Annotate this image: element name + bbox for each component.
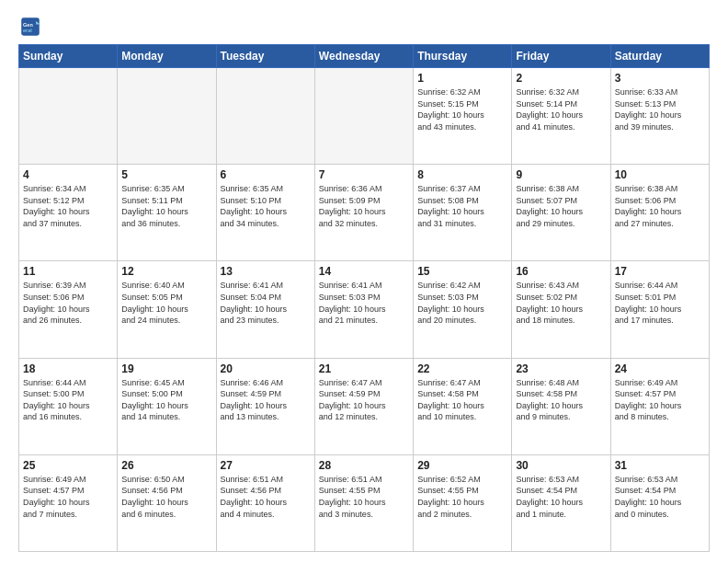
day-number: 23 [516, 362, 606, 375]
day-cell: 25Sunrise: 6:49 AM Sunset: 4:57 PM Dayli… [19, 454, 118, 551]
day-cell: 27Sunrise: 6:51 AM Sunset: 4:56 PM Dayli… [216, 454, 314, 551]
day-info: Sunrise: 6:43 AM Sunset: 5:02 PM Dayligh… [516, 280, 606, 326]
day-number: 6 [221, 168, 311, 181]
day-cell: 1Sunrise: 6:32 AM Sunset: 5:15 PM Daylig… [414, 68, 512, 165]
day-number: 22 [417, 362, 507, 375]
day-number: 10 [615, 168, 705, 181]
day-info: Sunrise: 6:51 AM Sunset: 4:56 PM Dayligh… [221, 474, 311, 520]
day-cell: 3Sunrise: 6:33 AM Sunset: 5:13 PM Daylig… [610, 68, 709, 165]
day-info: Sunrise: 6:38 AM Sunset: 5:06 PM Dayligh… [615, 183, 705, 229]
day-cell: 5Sunrise: 6:35 AM Sunset: 5:11 PM Daylig… [118, 165, 216, 261]
day-cell: 13Sunrise: 6:41 AM Sunset: 5:04 PM Dayli… [216, 261, 314, 358]
day-number: 1 [417, 72, 507, 85]
day-number: 20 [221, 362, 311, 375]
day-number: 12 [121, 265, 211, 278]
day-header-friday: Friday [512, 45, 610, 68]
day-number: 29 [417, 459, 507, 472]
day-number: 3 [615, 72, 705, 85]
day-cell: 24Sunrise: 6:49 AM Sunset: 4:57 PM Dayli… [610, 358, 709, 454]
day-cell: 6Sunrise: 6:35 AM Sunset: 5:10 PM Daylig… [216, 165, 314, 261]
day-info: Sunrise: 6:49 AM Sunset: 4:57 PM Dayligh… [615, 377, 705, 423]
day-cell: 30Sunrise: 6:53 AM Sunset: 4:54 PM Dayli… [512, 454, 610, 551]
day-cell: 8Sunrise: 6:37 AM Sunset: 5:08 PM Daylig… [414, 165, 512, 261]
day-cell: 29Sunrise: 6:52 AM Sunset: 4:55 PM Dayli… [414, 454, 512, 551]
week-row-2: 4Sunrise: 6:34 AM Sunset: 5:12 PM Daylig… [19, 165, 710, 261]
calendar: SundayMondayTuesdayWednesdayThursdayFrid… [18, 44, 710, 552]
day-info: Sunrise: 6:38 AM Sunset: 5:07 PM Dayligh… [516, 183, 606, 229]
day-number: 28 [319, 459, 409, 472]
day-info: Sunrise: 6:44 AM Sunset: 5:01 PM Dayligh… [615, 280, 705, 326]
header-row: SundayMondayTuesdayWednesdayThursdayFrid… [19, 45, 710, 68]
day-cell: 12Sunrise: 6:40 AM Sunset: 5:05 PM Dayli… [118, 261, 216, 358]
day-number: 30 [516, 459, 606, 472]
day-number: 2 [516, 72, 606, 85]
day-cell: 15Sunrise: 6:42 AM Sunset: 5:03 PM Dayli… [414, 261, 512, 358]
day-info: Sunrise: 6:39 AM Sunset: 5:06 PM Dayligh… [23, 280, 113, 326]
day-info: Sunrise: 6:32 AM Sunset: 5:14 PM Dayligh… [516, 86, 606, 132]
day-number: 7 [319, 168, 409, 181]
day-info: Sunrise: 6:48 AM Sunset: 4:58 PM Dayligh… [516, 377, 606, 423]
day-cell: 14Sunrise: 6:41 AM Sunset: 5:03 PM Dayli… [314, 261, 413, 358]
day-number: 14 [319, 265, 409, 278]
day-info: Sunrise: 6:32 AM Sunset: 5:15 PM Dayligh… [417, 86, 507, 132]
day-info: Sunrise: 6:44 AM Sunset: 5:00 PM Dayligh… [23, 377, 113, 423]
header: Gen eral [18, 17, 710, 37]
day-header-monday: Monday [118, 45, 216, 68]
day-number: 18 [23, 362, 113, 375]
day-info: Sunrise: 6:53 AM Sunset: 4:54 PM Dayligh… [516, 474, 606, 520]
day-number: 15 [417, 265, 507, 278]
day-info: Sunrise: 6:34 AM Sunset: 5:12 PM Dayligh… [23, 183, 113, 229]
day-cell: 23Sunrise: 6:48 AM Sunset: 4:58 PM Dayli… [512, 358, 610, 454]
svg-text:Gen: Gen [23, 22, 33, 28]
day-info: Sunrise: 6:51 AM Sunset: 4:55 PM Dayligh… [319, 474, 409, 520]
day-cell [216, 68, 314, 165]
day-cell: 28Sunrise: 6:51 AM Sunset: 4:55 PM Dayli… [314, 454, 413, 551]
day-number: 16 [516, 265, 606, 278]
day-number: 17 [615, 265, 705, 278]
day-number: 27 [221, 459, 311, 472]
day-cell: 9Sunrise: 6:38 AM Sunset: 5:07 PM Daylig… [512, 165, 610, 261]
day-cell: 10Sunrise: 6:38 AM Sunset: 5:06 PM Dayli… [610, 165, 709, 261]
day-info: Sunrise: 6:52 AM Sunset: 4:55 PM Dayligh… [417, 474, 507, 520]
day-number: 13 [221, 265, 311, 278]
logo: Gen eral [18, 17, 42, 37]
day-info: Sunrise: 6:47 AM Sunset: 4:59 PM Dayligh… [319, 377, 409, 423]
day-cell: 17Sunrise: 6:44 AM Sunset: 5:01 PM Dayli… [610, 261, 709, 358]
day-header-thursday: Thursday [414, 45, 512, 68]
day-number: 26 [121, 459, 211, 472]
day-cell: 7Sunrise: 6:36 AM Sunset: 5:09 PM Daylig… [314, 165, 413, 261]
day-info: Sunrise: 6:35 AM Sunset: 5:11 PM Dayligh… [121, 183, 211, 229]
day-info: Sunrise: 6:49 AM Sunset: 4:57 PM Dayligh… [23, 474, 113, 520]
day-number: 5 [121, 168, 211, 181]
day-number: 19 [121, 362, 211, 375]
day-cell: 26Sunrise: 6:50 AM Sunset: 4:56 PM Dayli… [118, 454, 216, 551]
day-number: 25 [23, 459, 113, 472]
day-info: Sunrise: 6:45 AM Sunset: 5:00 PM Dayligh… [121, 377, 211, 423]
week-row-4: 18Sunrise: 6:44 AM Sunset: 5:00 PM Dayli… [19, 358, 710, 454]
day-cell: 20Sunrise: 6:46 AM Sunset: 4:59 PM Dayli… [216, 358, 314, 454]
day-number: 8 [417, 168, 507, 181]
week-row-5: 25Sunrise: 6:49 AM Sunset: 4:57 PM Dayli… [19, 454, 710, 551]
day-number: 11 [23, 265, 113, 278]
day-info: Sunrise: 6:53 AM Sunset: 4:54 PM Dayligh… [615, 474, 705, 520]
day-info: Sunrise: 6:47 AM Sunset: 4:58 PM Dayligh… [417, 377, 507, 423]
week-row-3: 11Sunrise: 6:39 AM Sunset: 5:06 PM Dayli… [19, 261, 710, 358]
day-info: Sunrise: 6:41 AM Sunset: 5:03 PM Dayligh… [319, 280, 409, 326]
logo-icon: Gen eral [20, 17, 40, 37]
day-cell [118, 68, 216, 165]
day-number: 4 [23, 168, 113, 181]
svg-text:eral: eral [23, 28, 32, 33]
day-info: Sunrise: 6:50 AM Sunset: 4:56 PM Dayligh… [121, 474, 211, 520]
day-cell: 31Sunrise: 6:53 AM Sunset: 4:54 PM Dayli… [610, 454, 709, 551]
day-info: Sunrise: 6:37 AM Sunset: 5:08 PM Dayligh… [417, 183, 507, 229]
day-info: Sunrise: 6:33 AM Sunset: 5:13 PM Dayligh… [615, 86, 705, 132]
day-header-saturday: Saturday [610, 45, 709, 68]
day-cell: 11Sunrise: 6:39 AM Sunset: 5:06 PM Dayli… [19, 261, 118, 358]
day-cell: 16Sunrise: 6:43 AM Sunset: 5:02 PM Dayli… [512, 261, 610, 358]
day-cell: 19Sunrise: 6:45 AM Sunset: 5:00 PM Dayli… [118, 358, 216, 454]
day-cell [19, 68, 118, 165]
day-cell: 21Sunrise: 6:47 AM Sunset: 4:59 PM Dayli… [314, 358, 413, 454]
page: Gen eral SundayMondayTuesdayWednesdayThu… [0, 0, 728, 563]
day-number: 9 [516, 168, 606, 181]
day-number: 31 [615, 459, 705, 472]
